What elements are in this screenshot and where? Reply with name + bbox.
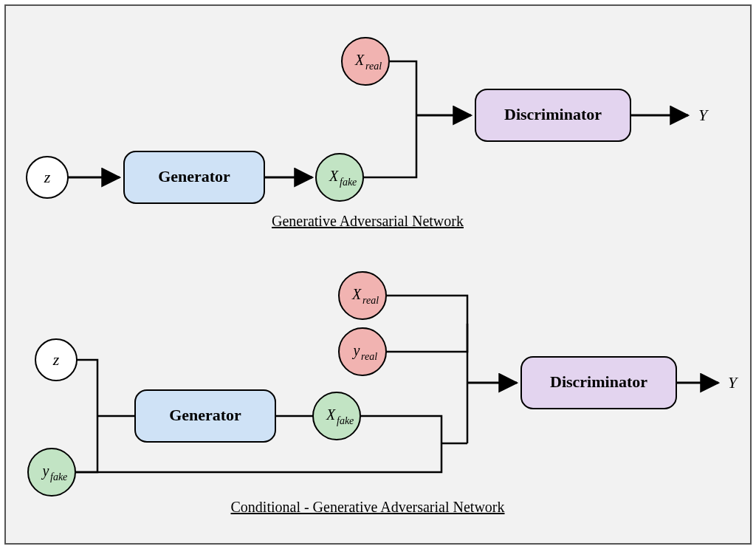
- label-generator-bottom: Generator: [169, 406, 241, 424]
- edge-inputs-join-bottom: [75, 360, 97, 472]
- label-xfake-sub-bottom: fake: [337, 415, 354, 426]
- label-yreal-base-bottom: y: [352, 342, 360, 359]
- label-xfake-base-top: X: [329, 168, 339, 184]
- caption-top: Generative Adversarial Network: [272, 213, 464, 229]
- label-z-top: z: [44, 168, 51, 186]
- diagram-svg: z Generator X fake X real Discriminator …: [6, 6, 750, 543]
- edge-real-join-bottom: [386, 296, 467, 352]
- label-generator-top: Generator: [158, 167, 230, 185]
- label-discriminator-top: Discriminator: [504, 105, 602, 123]
- label-z-bottom: z: [52, 350, 60, 369]
- label-discriminator-bottom: Discriminator: [550, 372, 647, 391]
- label-xreal-base-top: X: [354, 52, 365, 68]
- label-xfake-sub-top: fake: [340, 177, 357, 188]
- label-xreal-sub-top: real: [365, 61, 382, 72]
- label-xfake-base-bottom: X: [326, 406, 336, 423]
- label-xreal-sub-bottom: real: [362, 295, 379, 306]
- diagram-frame: z Generator X fake X real Discriminator …: [4, 4, 752, 545]
- label-yreal-sub-bottom: real: [361, 351, 377, 362]
- caption-bottom: Conditional - Generative Adversarial Net…: [231, 499, 505, 515]
- label-y-bottom: Y: [728, 373, 739, 392]
- label-y-top: Y: [698, 106, 709, 124]
- label-xreal-base-bottom: X: [351, 286, 362, 302]
- label-yfake-sub-bottom: fake: [50, 471, 67, 482]
- label-yfake-base-bottom: y: [41, 463, 49, 480]
